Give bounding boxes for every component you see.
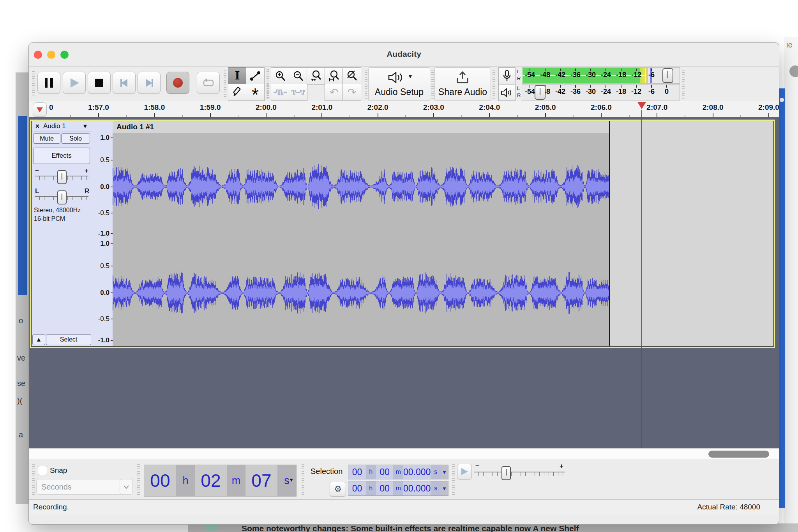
snap-mode-chevron-button[interactable]: [120, 479, 133, 495]
toolbar-grip[interactable]: [32, 71, 35, 97]
field-dropdown-arrow[interactable]: ▼: [441, 465, 448, 479]
select-track-button[interactable]: Select: [46, 334, 91, 345]
time-digits[interactable]: 00: [376, 481, 394, 495]
meter-scale-label: -24: [601, 88, 611, 96]
time-digits[interactable]: 00: [348, 481, 366, 495]
speed-slider-thumb[interactable]: [501, 466, 511, 480]
pan-slider-thumb[interactable]: [57, 190, 67, 204]
loop-button[interactable]: [197, 72, 220, 94]
audio-position-display[interactable]: 00h02m07s: [144, 465, 297, 497]
time-unit[interactable]: s: [431, 481, 441, 495]
toolbar-grip[interactable]: [224, 70, 226, 98]
solo-button[interactable]: Solo: [61, 133, 90, 144]
fit-selection-button[interactable]: [307, 67, 325, 85]
multi-tool-button[interactable]: *: [246, 84, 265, 101]
pin-playhead-button[interactable]: [33, 102, 47, 117]
audio-setup-button[interactable]: ▼ Audio Setup: [368, 67, 430, 101]
toolbar-grip[interactable]: [267, 84, 269, 99]
time-unit[interactable]: m: [393, 481, 403, 495]
time-digits[interactable]: 00.000: [403, 481, 431, 495]
playback-volume-slider[interactable]: [535, 85, 546, 100]
clip-end-boundary[interactable]: [609, 121, 610, 346]
time-unit[interactable]: h: [366, 481, 376, 495]
trim-audio-button[interactable]: [271, 84, 290, 101]
undo-button[interactable]: ↶: [325, 84, 343, 101]
redo-button[interactable]: ↷: [343, 84, 361, 101]
time-unit[interactable]: s: [431, 465, 441, 479]
time-unit[interactable]: s: [277, 465, 296, 496]
pause-button[interactable]: [37, 72, 60, 94]
gain-slider-thumb[interactable]: [57, 170, 67, 184]
selection-start-field[interactable]: 00h00m00.000s▼: [348, 465, 448, 479]
speed-slider-track[interactable]: [474, 472, 565, 476]
toolbar-grip[interactable]: [452, 464, 455, 495]
effects-button[interactable]: Effects: [33, 148, 90, 164]
track-menu-arrow[interactable]: ▼: [82, 123, 88, 129]
timeline-ruler[interactable]: 0 1:57.01:58.01:59.02:00.02:01.02:02.02:…: [29, 101, 779, 118]
audio-clip[interactable]: Audio 1 #1: [113, 121, 609, 346]
meter-scale-label: -24: [601, 71, 611, 79]
meter-scale-label: -6: [648, 88, 655, 96]
time-unit[interactable]: m: [393, 465, 403, 479]
time-digits[interactable]: 00: [144, 465, 176, 496]
timeline-major-tick: [657, 113, 657, 117]
toolbar-grip[interactable]: [365, 70, 367, 99]
snap-checkbox[interactable]: [38, 466, 47, 475]
selection-tool-button[interactable]: I: [228, 67, 247, 85]
selection-label: Selection: [311, 467, 343, 476]
play-button[interactable]: [63, 72, 86, 94]
record-meter-mic-button[interactable]: [498, 67, 516, 84]
snap-mode-select[interactable]: Seconds: [36, 479, 124, 495]
field-dropdown-arrow[interactable]: ▼: [441, 481, 448, 495]
share-audio-button[interactable]: Share Audio: [434, 67, 491, 101]
toolbar-grip[interactable]: [137, 464, 140, 495]
title-bar[interactable]: Audacity: [29, 43, 779, 67]
toolbar-grip[interactable]: [682, 70, 685, 99]
skip-to-start-button[interactable]: [113, 72, 136, 94]
toolbar-grip[interactable]: [32, 464, 35, 495]
zoom-out-button[interactable]: [289, 67, 307, 85]
desktop: o ve se )( a ie Some noteworthy changes:…: [0, 0, 798, 532]
audio-track[interactable]: × Audio 1 ▼ Mute Solo Effects − + L R St…: [31, 121, 774, 347]
time-unit[interactable]: h: [366, 465, 376, 479]
stereo-waveform[interactable]: [113, 133, 609, 346]
zoom-toggle-button[interactable]: [343, 67, 361, 85]
collapse-track-button[interactable]: ▲: [32, 334, 45, 345]
close-track-button[interactable]: ×: [33, 122, 42, 130]
toolbar-grip[interactable]: [493, 70, 495, 99]
fit-project-button[interactable]: [325, 67, 343, 85]
audio-position-dropdown-arrow[interactable]: ▾: [290, 476, 293, 483]
track-name[interactable]: Audio 1: [43, 122, 66, 130]
play-at-speed-button[interactable]: [457, 464, 472, 479]
toolbar-grip[interactable]: [302, 464, 304, 495]
timeline-major-tick: [321, 113, 322, 117]
zoom-in-button[interactable]: [271, 67, 290, 85]
horizontal-scrollbar-thumb[interactable]: [708, 451, 769, 458]
time-unit[interactable]: h: [176, 465, 195, 496]
time-digits[interactable]: 07: [245, 465, 277, 496]
record-meter[interactable]: -54-48-42-36-30-24-18-12-60: [522, 67, 680, 84]
time-digits[interactable]: 02: [195, 465, 227, 496]
skip-to-end-button[interactable]: [138, 72, 161, 94]
time-digits[interactable]: 00: [376, 465, 394, 479]
recording-playhead-marker[interactable]: [637, 102, 646, 109]
selection-end-field[interactable]: 00h00m00.000s▼: [348, 481, 448, 496]
time-digits[interactable]: 00.000: [403, 465, 431, 479]
pencil-icon: [231, 86, 243, 98]
playback-meter-speaker-button[interactable]: [498, 84, 516, 101]
stop-button[interactable]: [88, 72, 111, 94]
mute-button[interactable]: Mute: [33, 133, 60, 144]
toolbar-grip[interactable]: [431, 70, 434, 99]
clip-header[interactable]: Audio 1 #1: [113, 121, 609, 133]
draw-tool-button[interactable]: [228, 84, 247, 101]
time-unit[interactable]: m: [227, 465, 245, 496]
selection-settings-button[interactable]: ⚙: [330, 482, 346, 497]
playback-meter[interactable]: -54-48-42-36-30-24-18-12-60: [522, 84, 680, 100]
silence-audio-button[interactable]: [289, 84, 307, 101]
record-button[interactable]: [166, 72, 189, 94]
envelope-tool-button[interactable]: [246, 67, 265, 85]
horizontal-scrollbar[interactable]: [29, 448, 779, 460]
record-volume-slider[interactable]: [662, 68, 673, 83]
time-digits[interactable]: 00: [348, 465, 366, 479]
vertical-scale-label: 1.0: [100, 134, 109, 142]
